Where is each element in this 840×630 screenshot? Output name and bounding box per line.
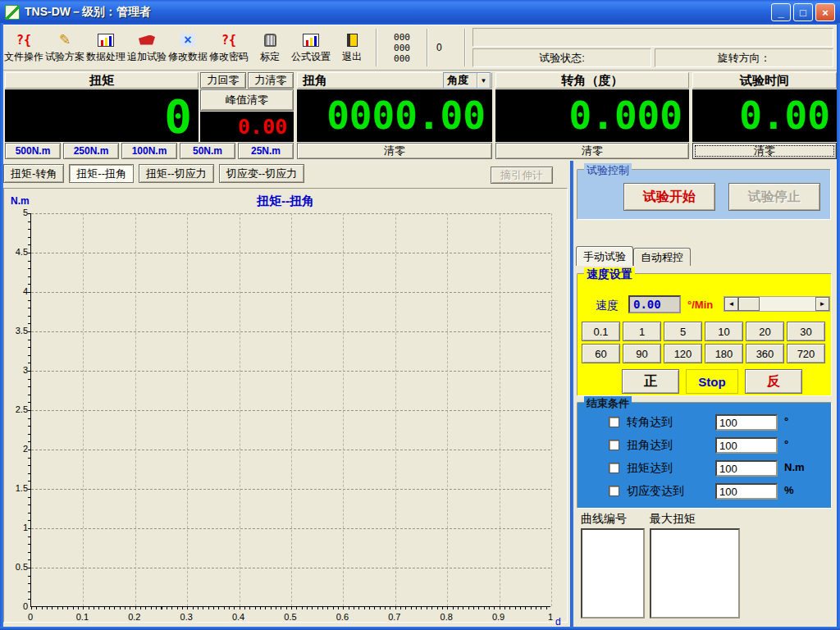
- condition-checkbox[interactable]: [609, 440, 619, 450]
- x-tick-label: 1: [534, 612, 567, 622]
- condition-value-input[interactable]: 100: [715, 437, 778, 454]
- mode-tab[interactable]: 自动程控: [633, 248, 691, 266]
- toolbar-button-label: 文件操作: [4, 50, 43, 64]
- scrollbar-track[interactable]: [760, 297, 815, 311]
- max-torque-list[interactable]: [650, 528, 740, 619]
- test-start-button[interactable]: 试验开始: [623, 183, 715, 211]
- range-button[interactable]: 25N.m: [238, 143, 294, 159]
- end-condition-row: 扭矩达到100N.m: [578, 460, 831, 478]
- x-tick-label: 0.2: [118, 612, 151, 622]
- curve-tab[interactable]: 切应变--切应力: [219, 164, 305, 183]
- append-icon: [139, 35, 155, 45]
- curve-tab[interactable]: 扭矩-转角: [3, 164, 64, 183]
- time-clear-button[interactable]: 清零: [692, 143, 837, 159]
- speed-preset-button[interactable]: 120: [664, 344, 702, 363]
- speed-settings-group: 速度设置 速度 0.00 °/Min ◄ ► 0.115102030609012…: [577, 273, 832, 396]
- condition-label: 转角达到: [627, 415, 673, 430]
- x-tick-label: 0.7: [378, 612, 411, 622]
- chevron-down-icon[interactable]: ▼: [477, 73, 490, 88]
- scrollbar-thumb[interactable]: [738, 297, 760, 311]
- maximize-button[interactable]: □: [793, 3, 813, 21]
- toolbar-button-append[interactable]: 追加试验: [126, 25, 167, 70]
- time-value-display: 0.00: [692, 89, 837, 142]
- toolbar: 文件操作试验方案数据处理追加试验修改数据修改密码标定公式设置退出 000 000…: [3, 25, 837, 71]
- speed-preset-button[interactable]: 10: [705, 322, 743, 341]
- app-icon: [5, 5, 20, 20]
- angle-unit-combobox[interactable]: 角度 ▼: [443, 72, 491, 89]
- minimize-button[interactable]: _: [771, 3, 791, 21]
- condition-value-input[interactable]: 100: [715, 414, 778, 431]
- toolbar-button-help-brace[interactable]: 修改密码: [208, 25, 249, 70]
- speed-preset-button[interactable]: 60: [582, 344, 620, 363]
- speed-preset-button[interactable]: 20: [746, 322, 784, 341]
- panel-divider: [570, 161, 573, 627]
- range-button[interactable]: 250N.m: [63, 143, 119, 159]
- curve-number-list[interactable]: [581, 528, 645, 619]
- toolbar-button-formula-chart[interactable]: 公式设置: [290, 25, 331, 70]
- condition-label: 切应变达到: [627, 484, 684, 499]
- toolbar-button-label: 退出: [342, 50, 362, 64]
- speed-preset-button[interactable]: 180: [705, 344, 743, 363]
- condition-value-input[interactable]: 100: [715, 483, 778, 500]
- max-torque-header: 最大扭矩: [650, 512, 696, 527]
- condition-unit-label: °: [784, 438, 788, 450]
- range-button[interactable]: 100N.m: [121, 143, 177, 159]
- scroll-right-arrow-icon[interactable]: ►: [815, 297, 829, 311]
- speed-preset-button[interactable]: 5: [664, 322, 702, 341]
- twist-clear-button[interactable]: 清零: [297, 143, 492, 159]
- speed-preset-button[interactable]: 30: [787, 322, 825, 341]
- extensometer-button: 摘引伸计: [491, 167, 553, 184]
- angle-header: 转角（度）: [495, 72, 689, 89]
- speed-preset-button[interactable]: 90: [623, 344, 661, 363]
- speed-preset-button[interactable]: 360: [746, 344, 784, 363]
- toolbar-button-help-brace[interactable]: 文件操作: [3, 25, 44, 70]
- stop-button[interactable]: Stop: [686, 369, 738, 394]
- close-button[interactable]: ×: [815, 3, 835, 21]
- window-border: [0, 627, 840, 630]
- curve-tab[interactable]: 扭矩--切应力: [139, 164, 214, 183]
- application-window: TNS-DW－级别：管理者 _ □ × 文件操作试验方案数据处理追加试验修改数据…: [0, 0, 840, 630]
- force-zero-button[interactable]: 力回零: [200, 72, 246, 89]
- condition-label: 扭角达到: [627, 438, 673, 453]
- speed-scrollbar[interactable]: ◄ ►: [724, 296, 830, 312]
- toolbar-items: 文件操作试验方案数据处理追加试验修改数据修改密码标定公式设置退出: [3, 25, 372, 70]
- chart-y-axis-label: N.m: [11, 195, 30, 207]
- toolbar-button-pen[interactable]: 试验方案: [44, 25, 85, 70]
- toolbar-button-label: 试验方案: [45, 50, 84, 64]
- peak-clear-button[interactable]: 峰值清零: [200, 89, 294, 111]
- range-button[interactable]: 500N.m: [5, 143, 61, 159]
- speed-input[interactable]: 0.00: [628, 295, 681, 313]
- y-tick-label: 5: [6, 208, 28, 217]
- toolbar-button-bar-chart[interactable]: 数据处理: [85, 25, 126, 70]
- gridline: [447, 213, 448, 606]
- bar-chart-icon: [98, 34, 114, 47]
- gridline: [240, 213, 240, 606]
- angle-clear-button[interactable]: 清零: [495, 143, 689, 159]
- condition-checkbox[interactable]: [609, 463, 619, 473]
- curve-tab[interactable]: 扭矩--扭角: [69, 164, 134, 183]
- speed-preset-button[interactable]: 1: [623, 322, 661, 341]
- condition-checkbox[interactable]: [609, 486, 619, 496]
- end-condition-row: 扭角达到100°: [578, 437, 831, 455]
- reverse-button[interactable]: 反: [745, 369, 802, 394]
- speed-preset-button[interactable]: 0.1: [582, 322, 620, 341]
- title-bar[interactable]: TNS-DW－级别：管理者 _ □ ×: [0, 0, 840, 25]
- mode-tab[interactable]: 手动试验: [576, 246, 633, 266]
- chart-panel: 扭矩--扭角 N.m 54.543.532.521.510.50 00.10.2…: [3, 188, 568, 623]
- toolbar-button-blue-x[interactable]: 修改数据: [167, 25, 208, 70]
- condition-checkbox[interactable]: [609, 417, 619, 427]
- condition-value-input[interactable]: 100: [715, 460, 778, 477]
- forward-button[interactable]: 正: [622, 369, 679, 394]
- speed-preset-button[interactable]: 720: [787, 344, 825, 363]
- range-button[interactable]: 50N.m: [180, 143, 235, 159]
- speed-unit-label: °/Min: [687, 299, 713, 311]
- toolbar-button-calibrate[interactable]: 标定: [249, 25, 290, 70]
- test-control-title: 试验控制: [584, 163, 632, 178]
- counter-line: 000: [394, 53, 410, 64]
- toolbar-button-exit-door[interactable]: 退出: [331, 25, 372, 70]
- scroll-left-arrow-icon[interactable]: ◄: [724, 297, 738, 311]
- gridline: [395, 213, 396, 606]
- y-tick-label: 0: [6, 601, 28, 611]
- condition-unit-label: °: [784, 415, 788, 427]
- force-clear-button[interactable]: 力清零: [248, 72, 294, 89]
